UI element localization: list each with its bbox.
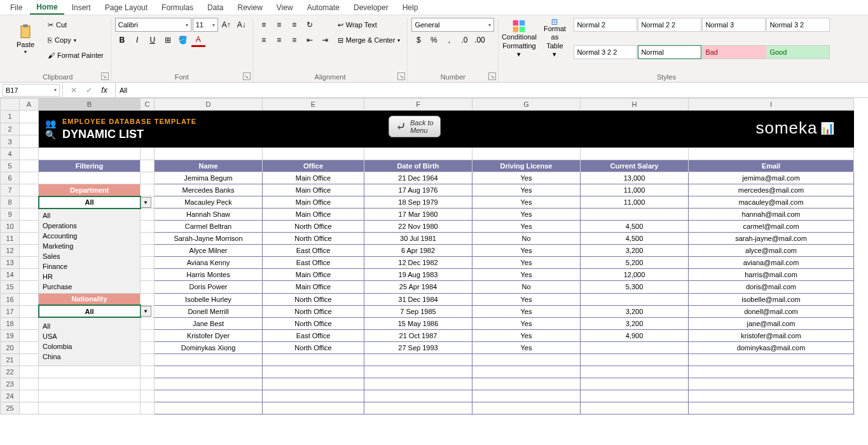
data-cell[interactable]: Main Office (263, 209, 364, 221)
data-cell[interactable]: 4,900 (581, 329, 689, 341)
row-header-11[interactable]: 11 (1, 233, 20, 245)
data-cell[interactable]: 21 Dec 1964 (364, 172, 472, 184)
col-header-B[interactable]: B (39, 99, 141, 111)
data-cell[interactable]: Doris Power (155, 281, 263, 293)
align-right-button[interactable]: ≡ (287, 33, 301, 47)
data-cell[interactable]: dominykas@mail.com (689, 341, 854, 353)
row-header-18[interactable]: 18 (1, 317, 20, 329)
format-painter-button[interactable]: 🖌Format Painter (45, 48, 107, 62)
number-format-combo[interactable]: General▾ (411, 18, 494, 32)
cell[interactable] (20, 209, 39, 221)
dept-option-purchase[interactable]: Purchase (40, 282, 139, 292)
cell[interactable] (141, 390, 155, 402)
menu-page-layout[interactable]: Page Layout (99, 1, 154, 14)
cell[interactable] (689, 148, 854, 160)
empty-data-cell[interactable] (364, 353, 472, 366)
increase-font-button[interactable]: A↑ (219, 18, 233, 32)
menu-home[interactable]: Home (30, 1, 64, 15)
data-cell[interactable]: No (472, 281, 581, 293)
cell[interactable] (20, 390, 39, 402)
align-left-button[interactable]: ≡ (257, 33, 271, 47)
filter-nat-value[interactable]: All▾ (39, 305, 141, 317)
align-bottom-button[interactable]: ≡ (287, 18, 301, 32)
data-cell[interactable]: Yes (472, 184, 581, 196)
copy-button[interactable]: ⎘Copy▾ (45, 33, 107, 47)
cell-a2[interactable] (20, 123, 39, 135)
data-cell[interactable]: 13,000 (581, 172, 689, 184)
data-cell[interactable]: 17 Aug 1976 (364, 184, 472, 196)
conditional-formatting-button[interactable]: Conditional Formatting▾ (502, 18, 535, 60)
empty-data-cell[interactable] (472, 366, 581, 378)
data-cell[interactable]: East Office (263, 257, 364, 269)
data-cell[interactable]: Alyce Milner (155, 245, 263, 257)
row-header-20[interactable]: 20 (1, 341, 20, 353)
formula-input[interactable]: All (116, 86, 868, 94)
cell[interactable] (20, 341, 39, 353)
style-normal-3[interactable]: Normal 3 (702, 18, 766, 32)
data-cell[interactable]: 18 Sep 1979 (364, 196, 472, 209)
dept-option-marketing[interactable]: Marketing (40, 241, 139, 251)
cell[interactable] (20, 184, 39, 196)
nat-option-usa[interactable]: USA (40, 331, 139, 341)
empty-data-cell[interactable] (689, 402, 854, 414)
style-good[interactable]: Good (766, 45, 830, 59)
clipboard-dialog-launcher[interactable]: ↘ (101, 72, 109, 80)
empty-data-cell[interactable] (155, 353, 263, 366)
row-header-23[interactable]: 23 (1, 378, 20, 390)
cell[interactable] (20, 148, 39, 160)
empty-data-cell[interactable] (472, 353, 581, 366)
decrease-indent-button[interactable]: ⇤ (303, 33, 317, 47)
empty-data-cell[interactable] (263, 366, 364, 378)
cell-a1[interactable] (20, 111, 39, 123)
filter-dept-value[interactable]: All▾ (39, 196, 141, 209)
cell[interactable] (141, 305, 155, 317)
decrease-font-button[interactable]: A↓ (235, 18, 249, 32)
data-cell[interactable]: 21 Oct 1987 (364, 329, 472, 341)
empty-data-cell[interactable] (689, 353, 854, 366)
dept-dropdown-list[interactable]: AllOperationsAccountingMarketingSalesFin… (39, 209, 141, 294)
empty-data-cell[interactable] (581, 402, 689, 414)
cell[interactable] (141, 317, 155, 329)
empty-data-cell[interactable] (689, 378, 854, 390)
data-cell[interactable]: 3,200 (581, 305, 689, 317)
cell[interactable] (141, 329, 155, 341)
data-cell[interactable]: kristofer@mail.com (689, 329, 854, 341)
nat-option-all[interactable]: All (40, 321, 139, 331)
wrap-text-button[interactable]: ↩Wrap Text (334, 18, 404, 32)
data-cell[interactable]: Isobelle Hurley (155, 293, 263, 305)
data-cell[interactable]: Yes (472, 341, 581, 353)
cell[interactable] (20, 221, 39, 233)
cell[interactable] (141, 233, 155, 245)
data-cell[interactable]: 5,200 (581, 257, 689, 269)
style-bad[interactable]: Bad (702, 45, 766, 59)
data-cell[interactable]: Yes (472, 257, 581, 269)
empty-data-cell[interactable] (364, 402, 472, 414)
row-header-22[interactable]: 22 (1, 366, 20, 378)
cell[interactable] (20, 378, 39, 390)
data-cell[interactable]: 3,200 (581, 317, 689, 329)
data-cell[interactable]: 27 Sep 1993 (364, 341, 472, 353)
empty-data-cell[interactable] (581, 366, 689, 378)
data-cell[interactable]: 11,000 (581, 196, 689, 209)
col-header-A[interactable]: A (20, 99, 39, 111)
cell[interactable] (20, 366, 39, 378)
cell[interactable] (263, 148, 364, 160)
empty-data-cell[interactable] (364, 378, 472, 390)
data-cell[interactable]: 19 Aug 1983 (364, 269, 472, 281)
col-header-I[interactable]: I (689, 99, 854, 111)
data-cell[interactable]: Aviana Kenny (155, 257, 263, 269)
fx-button[interactable]: fx (97, 83, 111, 97)
data-cell[interactable]: carmel@mail.com (689, 221, 854, 233)
percent-button[interactable]: % (427, 33, 441, 47)
data-cell[interactable]: Yes (472, 209, 581, 221)
data-cell[interactable]: Carmel Beltran (155, 221, 263, 233)
data-cell[interactable]: aviana@mail.com (689, 257, 854, 269)
menu-insert[interactable]: Insert (65, 1, 97, 14)
cell[interactable] (20, 353, 39, 366)
data-cell[interactable]: 17 Mar 1980 (364, 209, 472, 221)
cell[interactable] (39, 402, 141, 414)
data-cell[interactable]: sarah-jayne@mail.com (689, 233, 854, 245)
empty-data-cell[interactable] (364, 366, 472, 378)
cell[interactable] (141, 184, 155, 196)
cell[interactable] (155, 148, 263, 160)
